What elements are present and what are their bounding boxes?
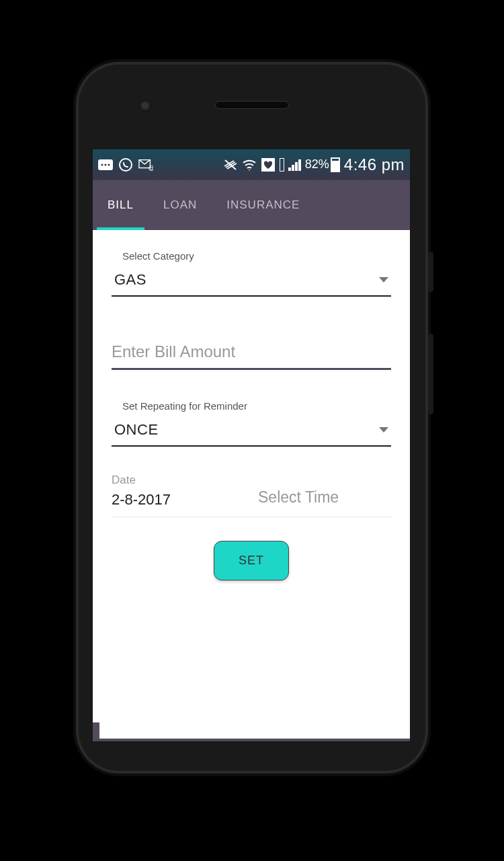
set-button[interactable]: SET	[214, 541, 289, 581]
heart-icon	[261, 157, 276, 172]
svg-point-3	[108, 163, 110, 165]
battery-indicator: 82%	[305, 157, 340, 172]
repeating-value: ONCE	[114, 421, 159, 439]
time-picker[interactable]: Select Time	[258, 474, 391, 509]
signal-icon	[280, 158, 284, 172]
form-content: Select Category GAS Set Repeating for Re…	[93, 230, 410, 581]
svg-point-1	[101, 163, 103, 165]
date-picker[interactable]: Date 2-8-2017	[112, 474, 245, 509]
tab-label: LOAN	[163, 198, 197, 212]
date-time-row: Date 2-8-2017 Select Time	[112, 474, 391, 517]
svg-text:@: @	[149, 165, 153, 172]
notification-icon	[98, 157, 113, 172]
whatsapp-icon	[118, 157, 133, 172]
repeating-label: Set Repeating for Reminder	[122, 400, 391, 412]
phone-side-button	[428, 252, 433, 292]
battery-icon	[331, 157, 340, 172]
mail-icon: @	[138, 157, 153, 172]
amount-field-wrap	[112, 337, 391, 370]
amount-input[interactable]	[112, 337, 391, 368]
chevron-down-icon	[379, 277, 388, 283]
tab-label: BILL	[108, 198, 134, 212]
svg-point-2	[105, 163, 107, 165]
time-placeholder: Select Time	[258, 474, 391, 507]
date-value: 2-8-2017	[112, 491, 245, 509]
tab-bill[interactable]: BILL	[93, 180, 149, 230]
date-label: Date	[112, 474, 245, 487]
status-left-icons: @	[98, 157, 153, 172]
decorative-edge	[93, 739, 410, 741]
status-right-icons: 82% 4:46 pm	[223, 155, 405, 174]
tab-label: INSURANCE	[226, 198, 300, 212]
wifi-icon	[242, 157, 257, 172]
phone-side-button	[428, 334, 433, 414]
tab-insurance[interactable]: INSURANCE	[212, 180, 314, 230]
screen: @ 82%	[93, 149, 410, 741]
phone-speaker	[215, 101, 289, 109]
submit-wrap: SET	[112, 541, 391, 581]
signal-icon	[288, 159, 301, 171]
status-bar: @ 82%	[93, 149, 410, 180]
category-value: GAS	[114, 271, 146, 289]
phone-frame: @ 82%	[79, 65, 425, 771]
tab-bar: BILL LOAN INSURANCE	[93, 180, 410, 230]
repeating-dropdown[interactable]: ONCE	[112, 414, 391, 447]
clock: 4:46 pm	[344, 155, 405, 174]
category-label: Select Category	[122, 250, 391, 262]
tab-loan[interactable]: LOAN	[149, 180, 212, 230]
svg-point-4	[120, 159, 132, 171]
chevron-down-icon	[379, 427, 388, 433]
vibrate-icon	[223, 157, 238, 172]
category-dropdown[interactable]: GAS	[112, 264, 391, 297]
battery-percent: 82%	[305, 157, 329, 172]
phone-camera	[139, 100, 151, 112]
